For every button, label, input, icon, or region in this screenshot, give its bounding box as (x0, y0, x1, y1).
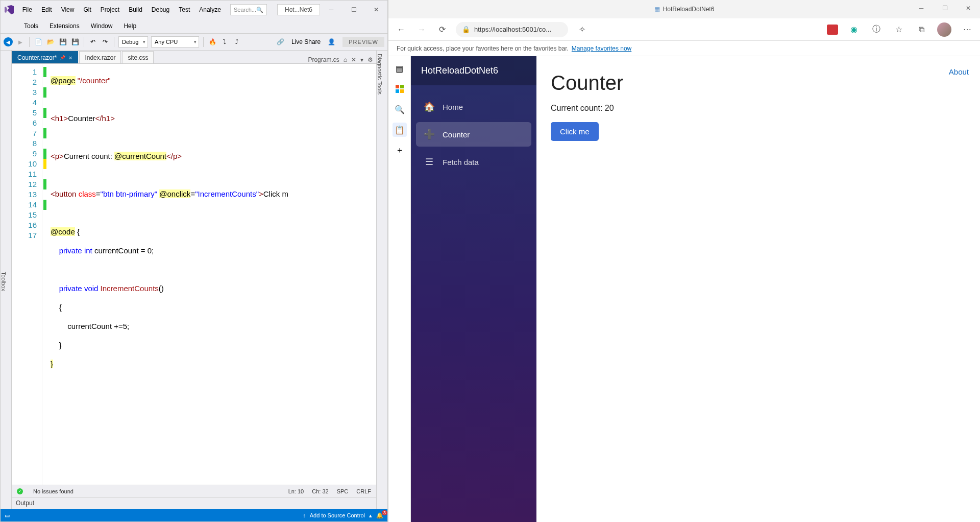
scm-chevron-icon[interactable]: ▴ (369, 512, 372, 519)
tab-counter-razor[interactable]: Counter.razor*📌✕ (12, 51, 78, 63)
menu-debug[interactable]: Debug (148, 4, 174, 15)
t: @currentCount (114, 152, 166, 160)
saveall-icon[interactable]: 💾 (70, 37, 80, 46)
new-icon[interactable]: 📄 (34, 37, 43, 46)
toolbox-rail[interactable]: Toolbox (1, 51, 12, 509)
nav-back-icon[interactable]: ◀ (4, 37, 13, 46)
home-icon: 🏠 (424, 102, 434, 112)
edge-titlebar: ▦ HotReloadDotNet6 ─ ☐ ✕ (388, 0, 980, 18)
rail-ms-icon[interactable] (393, 82, 407, 96)
menu-build[interactable]: Build (125, 4, 146, 15)
about-link[interactable]: About (949, 67, 969, 76)
menu-analyze[interactable]: Analyze (195, 4, 225, 15)
rail-add-icon[interactable]: ＋ (393, 143, 407, 157)
tab-label: Counter.razor* (17, 54, 57, 61)
nav-counter[interactable]: ➕ Counter (416, 122, 531, 147)
nav-fwd-icon[interactable]: ▶ (16, 37, 25, 46)
solution-title[interactable]: Hot...Net6 (277, 4, 320, 15)
profile-avatar[interactable] (937, 22, 951, 37)
edge-minimize-button[interactable]: ─ (910, 0, 933, 16)
undo-icon[interactable]: ↶ (88, 37, 97, 46)
menu-help[interactable]: Help (118, 20, 141, 32)
close-tab-icon[interactable]: ✕ (68, 55, 72, 61)
t: currentCount +=5; (67, 322, 129, 330)
count-line: Current count: 20 (551, 104, 966, 113)
extension-2-icon[interactable]: ◉ (847, 23, 861, 36)
step2-icon[interactable]: ⤴ (232, 37, 241, 46)
rail-history-icon[interactable]: 📋 (393, 123, 407, 137)
tab-program-cs[interactable]: Program.cs (308, 56, 339, 63)
edge-title-text: HotReloadDotNet6 (663, 6, 715, 13)
back-button[interactable]: ← (395, 23, 408, 36)
nav-home[interactable]: 🏠 Home (416, 94, 531, 119)
code-editor[interactable]: 1234567891011121314151617 @page "/counte… (12, 64, 376, 485)
vs-logo-icon (4, 3, 15, 17)
nav-fetchdata[interactable]: ☰ Fetch data (416, 150, 531, 174)
platform-combo[interactable]: Any CPU (151, 36, 199, 48)
gear-icon[interactable]: ⚙ (368, 56, 373, 63)
menu-edit[interactable]: Edit (37, 4, 56, 15)
app-brand[interactable]: HotReloadDotNet6 (411, 56, 536, 85)
clickme-button[interactable]: Click me (551, 122, 599, 141)
svg-rect-0 (396, 85, 399, 88)
scm-up-icon: ↑ (303, 512, 306, 518)
tab-index-razor[interactable]: Index.razor (79, 51, 121, 63)
close-button[interactable]: ✕ (365, 2, 387, 18)
right-rail: Diagnostic Tools Properties Solution Exp… (376, 51, 387, 509)
scm-label[interactable]: Add to Source Control (310, 512, 365, 518)
change-marks (42, 64, 47, 485)
t: currentCount = 0; (94, 246, 154, 255)
tab-site-css[interactable]: site.css (122, 51, 154, 63)
menu-file[interactable]: File (18, 4, 36, 15)
close-preview-icon[interactable]: ✕ (351, 56, 356, 63)
app-sidebar: HotReloadDotNet6 🏠 Home ➕ Counter ☰ Fetc… (411, 56, 536, 522)
minimize-button[interactable]: ─ (320, 2, 342, 18)
refresh-button[interactable]: ⟳ (435, 23, 449, 36)
reader-icon[interactable]: ✧ (575, 23, 589, 36)
menu-extensions[interactable]: Extensions (44, 20, 85, 32)
pin-icon[interactable]: 📌 (60, 55, 65, 60)
bell-icon[interactable]: 🔔3 (376, 512, 383, 519)
menu-tools[interactable]: Tools (19, 20, 43, 32)
collections-icon[interactable]: ⧉ (915, 23, 928, 36)
extension-3-icon[interactable]: ⓘ (870, 23, 883, 36)
dropdown-icon[interactable]: ▾ (360, 56, 363, 63)
output-panel-tab[interactable]: Output (12, 497, 376, 509)
save-icon[interactable]: 💾 (58, 37, 67, 46)
t: <button (51, 189, 79, 198)
config-combo[interactable]: Debug (118, 36, 148, 48)
t: @onclick (159, 189, 190, 198)
liveshare-icon[interactable]: 🔗 (277, 38, 284, 45)
menu-icon[interactable]: ⋯ (961, 23, 974, 36)
feedback-icon[interactable]: 👤 (328, 38, 335, 45)
menu-test[interactable]: Test (175, 4, 194, 15)
favorites-icon[interactable]: ☆ (892, 23, 905, 36)
nav-menu: 🏠 Home ➕ Counter ☰ Fetch data (411, 85, 536, 183)
menu-project[interactable]: Project (96, 4, 124, 15)
rail-diagnostic-tools[interactable]: Diagnostic Tools (377, 54, 383, 509)
edge-maximize-button[interactable]: ☐ (933, 0, 957, 16)
liveshare-label[interactable]: Live Share (291, 38, 321, 45)
step-icon[interactable]: ⤵ (220, 37, 229, 46)
svg-rect-3 (400, 89, 404, 93)
redo-icon[interactable]: ↷ (101, 37, 110, 46)
rail-vtabs-icon[interactable]: ▤ (393, 61, 407, 76)
code-content[interactable]: @page "/counter" <h1>Counter</h1> <p>Cur… (47, 64, 376, 485)
maximize-button[interactable]: ☐ (342, 2, 365, 18)
hotreload-icon[interactable]: 🔥 (208, 37, 217, 46)
rail-search-icon[interactable]: 🔍 (393, 102, 407, 116)
status-crlf: CRLF (356, 488, 371, 494)
menu-git[interactable]: Git (79, 4, 95, 15)
home-icon[interactable]: ⌂ (344, 56, 347, 63)
vs-search-box[interactable]: Search...🔍 (230, 4, 267, 15)
edge-close-button[interactable]: ✕ (957, 0, 980, 16)
blazor-app: ▤ 🔍 📋 ＋ HotReloadDotNet6 🏠 Home ➕ Counte… (388, 56, 980, 522)
menu-window[interactable]: Window (86, 20, 118, 32)
t: "/counter" (78, 76, 111, 85)
extension-1-icon[interactable] (827, 25, 838, 35)
manage-favorites-link[interactable]: Manage favorites now (572, 45, 631, 52)
open-icon[interactable]: 📂 (46, 37, 55, 46)
address-bar[interactable]: 🔒 https://localhost:5001/co... (456, 22, 568, 37)
edge-toolbar: ← → ⟳ 🔒 https://localhost:5001/co... ✧ ◉… (388, 18, 980, 41)
menu-view[interactable]: View (57, 4, 79, 15)
